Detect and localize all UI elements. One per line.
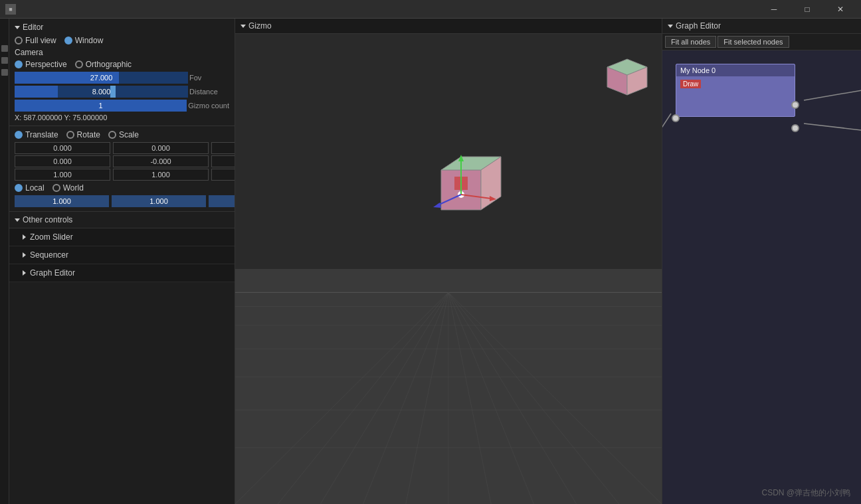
right-panel: Graph Editor Fit all nodes Fit selected … [662,19,861,504]
distance-row: 8.000 Distance [15,86,229,98]
other-controls-section: Other controls Zoom Slider Sequencer Gra… [9,212,235,504]
rotate-label: Rotate [77,130,100,139]
graph-collapse-icon[interactable] [668,25,673,28]
scale-radio[interactable]: Scale [108,130,139,139]
app-icon-glyph: ■ [9,6,12,13]
gizmo-count-label: Gizmo count [188,102,229,110]
perspective-radio[interactable]: Perspective [15,60,67,69]
sc-y-input[interactable] [113,169,209,181]
camera-row: Camera [15,48,229,57]
other-collapse-icon[interactable] [15,218,20,222]
rt-y-input[interactable] [113,155,209,167]
fullview-dot [15,37,23,44]
orthographic-radio[interactable]: Orthographic [75,60,132,69]
sc-x-input[interactable] [15,169,110,181]
node-tag: Draw [680,80,701,88]
distance-label: Distance [189,88,229,96]
center-panel: Gizmo [235,19,662,504]
camera-label: Camera [15,48,43,57]
gizmo-count-row: 1 Gizmo count [15,100,229,112]
world-label: World [63,183,84,193]
left-strip [0,19,9,504]
close-icon: ✕ [837,5,844,14]
translate-radio[interactable]: Translate [15,130,58,139]
zoom-slider-item[interactable]: Zoom Slider [9,228,235,246]
tr-z-input[interactable] [211,142,235,154]
node-title-text: My Node 0 [680,66,716,74]
fit-all-nodes-button[interactable]: Fit all nodes [665,36,716,48]
close-button[interactable]: ✕ [825,0,856,19]
zoom-slider-label: Zoom Slider [30,232,73,242]
gizmo-title: Gizmo [248,21,272,31]
rotate-radio[interactable]: Rotate [66,130,100,139]
orthographic-label: Orthographic [86,60,132,69]
node-output-port-1[interactable] [791,101,799,109]
world-dot [52,184,60,192]
window-radio[interactable]: Window [64,36,104,45]
coords-display: X: 587.000000 Y: 75.000000 [15,114,229,122]
transform-mode-row: Translate Rotate Scale [15,130,229,139]
watermark: CSDN @弹吉他的小刘鸭 [761,487,850,499]
graph-editor-title: Graph Editor [676,21,721,31]
local-radio[interactable]: Local [15,183,45,193]
scale-dot [108,131,116,139]
graph-editor-item[interactable]: Graph Editor [9,264,235,282]
rt-z-input[interactable] [211,155,235,167]
scale-row: Sc [15,169,229,181]
coords-text: X: 587.000000 Y: 75.000000 [15,114,107,122]
sequencer-expand-icon [23,252,26,258]
sequencer-item[interactable]: Sequencer [9,246,235,264]
viewport[interactable] [235,34,662,504]
gizmo-count-value: 1 [15,102,187,110]
camera-mode-row: Perspective Orthographic [15,60,229,69]
graph-canvas[interactable]: My Node 0 Draw [662,50,861,504]
tr-x-input[interactable] [15,142,110,154]
node-input-port-1[interactable] [672,114,680,122]
distance-slider[interactable]: 8.000 [15,86,188,98]
node-body: Draw [676,76,795,116]
node-output-port-2[interactable] [791,124,799,132]
gizmo-collapse-icon[interactable] [240,25,246,28]
maximize-button[interactable]: □ [792,0,822,19]
graph-node-0[interactable]: My Node 0 Draw [676,64,795,117]
sc-z-input[interactable] [211,169,235,181]
fit-all-label: Fit all nodes [671,38,710,46]
window-dot [64,37,72,44]
fov-slider[interactable]: 27.000 [15,72,188,84]
strip-icon-3 [1,69,8,76]
zoom-slider-expand-icon [23,234,26,240]
world-radio[interactable]: World [52,183,84,193]
graph-connections [662,50,861,504]
distance-value: 8.000 [15,88,188,96]
graph-editor-label: Graph Editor [30,268,75,278]
snap-row: Snap [15,195,229,207]
snap-z-input[interactable] [209,195,235,207]
editor-collapse-icon[interactable] [15,26,20,29]
rt-x-input[interactable] [15,155,110,167]
editor-section: Editor Full view Window Camera [9,19,235,126]
rotate-dot [66,131,74,139]
minimize-button[interactable]: ─ [759,0,789,19]
perspective-label: Perspective [25,60,67,69]
graph-editor-expand-icon [23,270,26,276]
snap-x-input[interactable] [15,195,109,207]
editor-title: Editor [23,23,43,32]
editor-header: Editor [15,23,229,32]
gizmo-count-slider[interactable]: 1 [15,100,187,112]
viewport-header: Gizmo [235,19,662,34]
tr-y-input[interactable] [113,142,209,154]
orthographic-dot [75,60,83,68]
view-mode-row: Full view Window [15,36,229,45]
maximize-icon: □ [805,5,809,14]
titlebar-controls: ─ □ ✕ [759,0,856,19]
fit-selected-nodes-button[interactable]: Fit selected nodes [718,36,789,48]
window-label: Window [75,36,104,45]
fullview-radio[interactable]: Full view [15,36,56,45]
svg-line-37 [662,114,671,137]
svg-line-35 [804,90,861,100]
graph-editor-header: Graph Editor [662,19,861,34]
app-icon: ■ [5,4,16,15]
strip-icon-1 [1,45,8,52]
titlebar-left: ■ [5,4,16,15]
snap-y-input[interactable] [112,195,206,207]
